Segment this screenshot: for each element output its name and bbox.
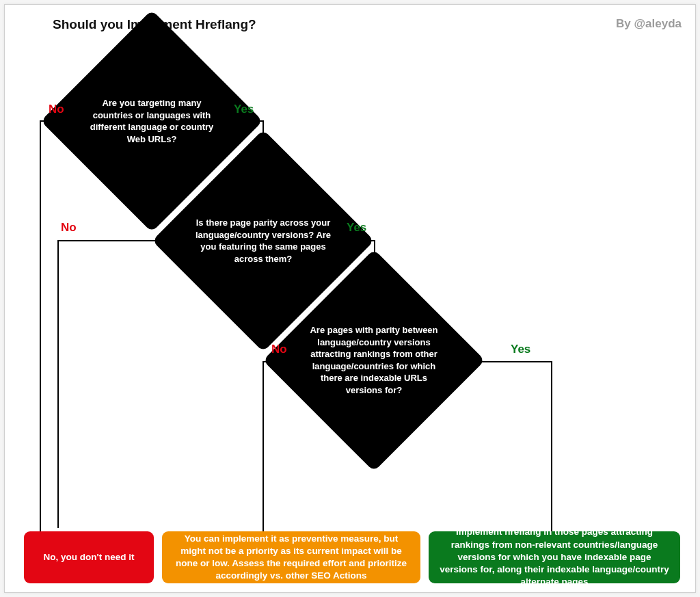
edge-label-q2-yes: Yes	[347, 221, 366, 235]
decision-q1-text: Are you targeting many countries or lang…	[81, 97, 221, 145]
edge-label-q3-no: No	[271, 343, 287, 356]
edge-label-q3-yes: Yes	[511, 343, 530, 356]
decision-q3-text: Are pages with parity between language/c…	[304, 324, 444, 396]
decision-q2-text: Is there page parity across your languag…	[193, 217, 334, 265]
edge-label-q1-yes: Yes	[234, 103, 254, 116]
edge-label-q1-no: No	[49, 103, 64, 116]
diagram-frame: Should you Implement Hreflang? By @aleyd…	[4, 4, 696, 593]
result-r2: You can implement it as preventive measu…	[162, 531, 420, 583]
diagram-byline: By @aleyda	[616, 17, 682, 31]
edge-label-q2-no: No	[61, 221, 77, 235]
result-r3: Implement hreflang in those pages attrac…	[429, 531, 680, 583]
result-r1: No, you don't need it	[24, 531, 154, 583]
